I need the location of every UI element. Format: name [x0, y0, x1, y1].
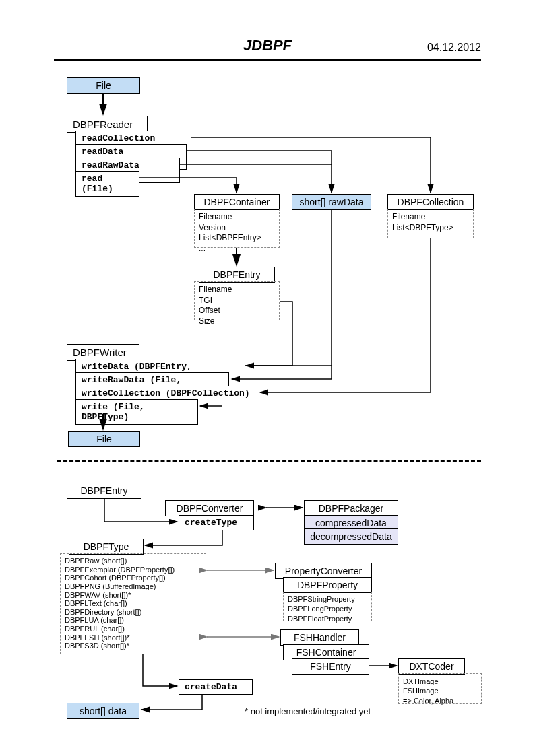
p2: DBPFLongProperty [288, 604, 367, 613]
container-f1: Filename [199, 212, 275, 223]
rawdata-box: short[] rawData [292, 194, 371, 210]
dbpf-entry-box: DBPFEntry [199, 267, 275, 283]
t5: DBPFWAV (short[])* [65, 591, 201, 600]
t11: DBPFS3D (short[])* [65, 642, 201, 650]
t1: DBPFRaw (short[]) [65, 557, 201, 565]
file-source-box: File [67, 77, 140, 94]
file-sink-box: File [68, 431, 140, 447]
dxtcoder-box: DXTCoder [398, 658, 465, 675]
d1: DXTImage [403, 677, 477, 686]
dbpfcollection-box: DBPFCollection [387, 194, 474, 210]
createdata-box: createData [179, 679, 253, 695]
t2: DBPFExemplar (DBPFProperty[]) [65, 565, 201, 574]
dbpfpackager-box: DBPFPackager [304, 500, 398, 516]
dbpf-entry2-box: DBPFEntry [67, 483, 141, 499]
collection-f1: Filename [392, 212, 469, 223]
t3: DBPFCohort (DBPFProperty[]) [65, 574, 201, 582]
shortdata-box: short[] data [67, 703, 139, 719]
dbpftype-types: DBPFRaw (short[]) DBPFExemplar (DBPFProp… [60, 553, 206, 654]
dbpfproperty-list: DBPFStringProperty DBPFLongProperty DBPF… [283, 592, 372, 621]
dbpftype-box: DBPFType [69, 539, 144, 555]
entry-f4: Size [199, 316, 275, 327]
dbpfcontainer-box: DBPFContainer [194, 194, 280, 210]
section-separator [57, 460, 481, 462]
t7: DBPFDirectory (short[]) [65, 608, 201, 617]
dbpfcollection-fields: Filename List<DBPFType> [387, 209, 474, 238]
converter-m1: createType [179, 515, 254, 530]
container-f3: List<DBPFEntry> [199, 233, 275, 244]
footnote: * not implemented/integrated yet [245, 706, 371, 716]
d2: FSHImage [403, 686, 477, 695]
dbpfproperty-box: DBPFProperty [283, 577, 372, 593]
fshentry-box: FSHEntry [292, 658, 369, 675]
dbpf-entry-fields: Filename TGI Offset Size [194, 281, 280, 320]
entry-f3: Offset [199, 306, 275, 316]
container-f2: Version [199, 223, 275, 234]
header-rule [54, 59, 481, 61]
reader-m4: read (File) [75, 171, 139, 197]
dxtcoder-list: DXTImage FSHImage => Color, Alpha [398, 673, 482, 704]
t10: DBPFFSH (short[])* [65, 633, 201, 642]
entry-f1: Filename [199, 285, 275, 296]
container-f4: ... [199, 244, 275, 254]
entry-f2: TGI [199, 296, 275, 306]
p3: DBPFFloatProperty [288, 614, 367, 623]
dbpfcontainer-fields: Filename Version List<DBPFEntry> ... [194, 209, 280, 248]
t8: DBPFLUA (char[]) [65, 616, 201, 625]
dbpfconverter-box: DBPFConverter [165, 500, 254, 516]
t6: DBPFLText (char[]) [65, 599, 201, 608]
collection-f2: List<DBPFType> [392, 223, 469, 234]
fshhandler-box: FSHHandler [280, 629, 359, 646]
t4: DBPFPNG (BufferedImage) [65, 582, 201, 591]
d3: => Color, Alpha [403, 696, 477, 706]
page-date: 04.12.2012 [427, 42, 481, 54]
t9: DBPFRUL (char[]) [65, 625, 201, 633]
p1: DBPFStringProperty [288, 594, 367, 604]
writer-m4: write (File, DBPFType) [75, 399, 198, 425]
packager-m2: decompressedData [304, 528, 398, 545]
